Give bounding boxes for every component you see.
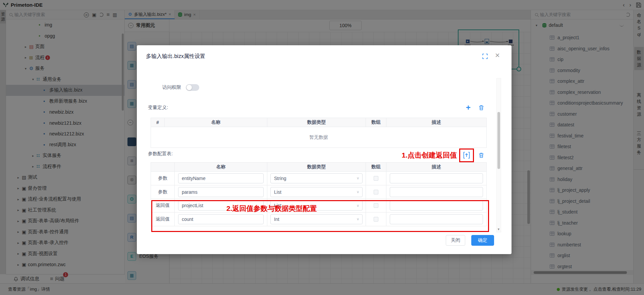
column-header: 数组 <box>366 118 386 127</box>
param-name-input[interactable] <box>178 173 264 183</box>
column-header: 数据类型 <box>267 118 366 127</box>
dialog-scrollbar[interactable] <box>496 78 501 232</box>
datatype-value: String <box>274 176 286 181</box>
param-type: 参数 <box>151 185 175 199</box>
param-desc-input[interactable] <box>390 187 483 197</box>
datatype-select[interactable]: String <box>270 173 363 183</box>
maximize-icon[interactable] <box>482 54 488 60</box>
chevron-down-icon <box>357 176 359 180</box>
array-checkbox[interactable] <box>374 176 378 181</box>
close-button[interactable]: 关闭 <box>446 235 465 246</box>
column-header: 名称 <box>175 163 267 171</box>
params-label: 参数配置表: <box>148 151 173 156</box>
array-checkbox[interactable] <box>374 190 378 194</box>
param-row: 参数 String <box>151 171 486 185</box>
column-header: 描述 <box>386 118 486 127</box>
annotation-step1: 1.点击创建返回值 <box>366 151 457 160</box>
chevron-down-icon <box>357 190 359 194</box>
annotation-box-step1 <box>459 149 474 162</box>
toggle-knob <box>186 85 192 90</box>
column-header: 数组 <box>366 163 386 171</box>
column-header: 名称 <box>165 118 267 127</box>
dialog-scroll-thumb[interactable] <box>497 112 500 169</box>
column-header: 描述 <box>386 163 486 171</box>
ok-button[interactable]: 确定 <box>471 235 494 246</box>
variables-table-header: # 名称 数据类型 数组 描述 <box>151 118 486 127</box>
param-desc-input[interactable] <box>390 173 483 183</box>
column-header <box>151 163 175 171</box>
delete-variable-icon[interactable] <box>478 104 485 111</box>
variables-section-header: 变量定义: <box>148 104 501 111</box>
annotation-box-step2 <box>151 200 489 232</box>
column-header: # <box>151 118 165 127</box>
dialog-title: 多输入输出.bizx属性设置 <box>146 53 205 60</box>
variables-label: 变量定义: <box>148 105 168 110</box>
datatype-value: List <box>274 189 281 195</box>
param-type: 参数 <box>151 172 175 185</box>
params-table-header: 名称 数据类型 数组 描述 <box>151 163 486 171</box>
variables-table: # 名称 数据类型 数组 描述 暂无数据 <box>151 118 487 148</box>
datatype-select[interactable]: List <box>270 187 363 197</box>
scroll-down-icon[interactable]: ▼ <box>497 228 500 231</box>
param-row: 参数 List <box>151 185 486 199</box>
add-variable-icon[interactable] <box>466 104 471 111</box>
close-icon[interactable] <box>495 51 500 59</box>
access-toggle[interactable] <box>186 84 199 91</box>
column-header: 数据类型 <box>267 163 366 171</box>
access-label: 访问权限 <box>162 84 181 91</box>
access-row: 访问权限 <box>162 84 199 91</box>
empty-placeholder: 暂无数据 <box>151 127 486 148</box>
param-name-input[interactable] <box>178 187 264 197</box>
delete-param-icon[interactable] <box>478 152 485 159</box>
